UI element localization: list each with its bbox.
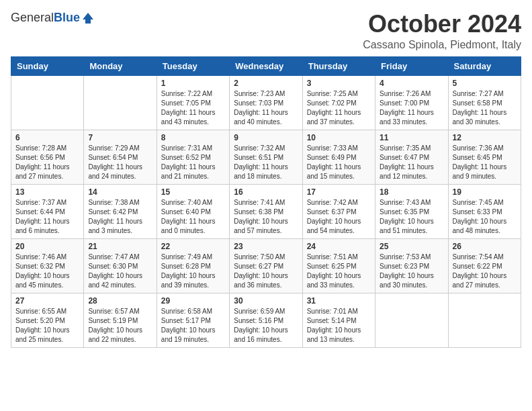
calendar-week-1: 1Sunrise: 7:22 AM Sunset: 7:05 PM Daylig… [11, 75, 521, 130]
calendar-cell: 26Sunrise: 7:54 AM Sunset: 6:22 PM Dayli… [448, 238, 521, 293]
calendar-cell: 28Sunrise: 6:57 AM Sunset: 5:19 PM Dayli… [84, 293, 157, 347]
day-info: Sunrise: 6:57 AM Sunset: 5:19 PM Dayligh… [88, 307, 152, 345]
day-number: 28 [88, 296, 152, 306]
day-info: Sunrise: 7:41 AM Sunset: 6:38 PM Dayligh… [234, 198, 298, 236]
calendar-cell: 16Sunrise: 7:41 AM Sunset: 6:38 PM Dayli… [230, 184, 302, 238]
calendar-week-4: 20Sunrise: 7:46 AM Sunset: 6:32 PM Dayli… [11, 238, 521, 293]
day-number: 6 [15, 133, 79, 142]
day-info: Sunrise: 7:42 AM Sunset: 6:37 PM Dayligh… [307, 198, 371, 236]
day-number: 16 [234, 187, 298, 197]
day-info: Sunrise: 7:22 AM Sunset: 7:05 PM Dayligh… [161, 89, 225, 127]
calendar-cell: 25Sunrise: 7:53 AM Sunset: 6:23 PM Dayli… [375, 238, 448, 293]
day-number: 23 [234, 242, 298, 251]
calendar-cell [11, 75, 84, 130]
calendar-week-5: 27Sunrise: 6:55 AM Sunset: 5:20 PM Dayli… [11, 293, 521, 347]
day-number: 5 [453, 79, 517, 88]
day-number: 1 [161, 79, 225, 88]
day-number: 12 [453, 133, 517, 142]
calendar-cell: 8Sunrise: 7:31 AM Sunset: 6:52 PM Daylig… [157, 130, 229, 184]
calendar-cell [84, 75, 157, 130]
calendar-cell: 18Sunrise: 7:43 AM Sunset: 6:35 PM Dayli… [375, 184, 448, 238]
day-info: Sunrise: 6:58 AM Sunset: 5:17 PM Dayligh… [161, 307, 225, 345]
calendar-cell: 14Sunrise: 7:38 AM Sunset: 6:42 PM Dayli… [84, 184, 157, 238]
day-number: 31 [307, 296, 371, 306]
calendar-cell: 10Sunrise: 7:33 AM Sunset: 6:49 PM Dayli… [302, 130, 375, 184]
day-number: 18 [380, 187, 443, 197]
calendar-cell: 24Sunrise: 7:51 AM Sunset: 6:25 PM Dayli… [302, 238, 375, 293]
calendar-cell: 22Sunrise: 7:49 AM Sunset: 6:28 PM Dayli… [157, 238, 229, 293]
day-info: Sunrise: 7:32 AM Sunset: 6:51 PM Dayligh… [234, 144, 298, 181]
day-info: Sunrise: 7:51 AM Sunset: 6:25 PM Dayligh… [307, 253, 371, 290]
calendar-cell: 30Sunrise: 6:59 AM Sunset: 5:16 PM Dayli… [230, 293, 302, 347]
day-number: 19 [453, 187, 517, 197]
calendar-cell: 2Sunrise: 7:23 AM Sunset: 7:03 PM Daylig… [230, 75, 302, 130]
month-title: October 2024 [363, 11, 521, 38]
calendar-cell: 17Sunrise: 7:42 AM Sunset: 6:37 PM Dayli… [302, 184, 375, 238]
calendar-cell: 3Sunrise: 7:25 AM Sunset: 7:02 PM Daylig… [302, 75, 375, 130]
calendar-cell: 9Sunrise: 7:32 AM Sunset: 6:51 PM Daylig… [230, 130, 302, 184]
day-info: Sunrise: 7:01 AM Sunset: 5:14 PM Dayligh… [307, 307, 371, 345]
calendar-cell: 11Sunrise: 7:35 AM Sunset: 6:47 PM Dayli… [375, 130, 448, 184]
day-info: Sunrise: 7:49 AM Sunset: 6:28 PM Dayligh… [161, 253, 225, 290]
calendar-cell: 4Sunrise: 7:26 AM Sunset: 7:00 PM Daylig… [375, 75, 448, 130]
day-number: 11 [380, 133, 443, 142]
day-info: Sunrise: 7:29 AM Sunset: 6:54 PM Dayligh… [88, 144, 152, 181]
weekday-header-sunday: Sunday [11, 56, 84, 75]
calendar-cell: 20Sunrise: 7:46 AM Sunset: 6:32 PM Dayli… [11, 238, 84, 293]
day-number: 25 [380, 242, 443, 251]
day-info: Sunrise: 7:25 AM Sunset: 7:02 PM Dayligh… [307, 89, 371, 127]
title-section: October 2024 Cassano Spinola, Piedmont, … [363, 11, 521, 51]
day-number: 3 [307, 79, 371, 88]
location-text: Cassano Spinola, Piedmont, Italy [363, 39, 521, 51]
logo-blue-text: Blue [54, 11, 80, 25]
day-info: Sunrise: 7:36 AM Sunset: 6:45 PM Dayligh… [453, 144, 517, 181]
day-info: Sunrise: 7:33 AM Sunset: 6:49 PM Dayligh… [307, 144, 371, 181]
day-number: 10 [307, 133, 371, 142]
day-number: 9 [234, 133, 298, 142]
svg-marker-0 [83, 13, 93, 24]
calendar-cell: 15Sunrise: 7:40 AM Sunset: 6:40 PM Dayli… [157, 184, 229, 238]
weekday-header-saturday: Saturday [448, 56, 521, 75]
page-header: GeneralBlue October 2024 Cassano Spinola… [11, 11, 521, 51]
calendar-cell: 29Sunrise: 6:58 AM Sunset: 5:17 PM Dayli… [157, 293, 229, 347]
day-info: Sunrise: 7:26 AM Sunset: 7:00 PM Dayligh… [380, 89, 443, 127]
day-number: 2 [234, 79, 298, 88]
day-info: Sunrise: 7:38 AM Sunset: 6:42 PM Dayligh… [88, 198, 152, 236]
day-info: Sunrise: 7:43 AM Sunset: 6:35 PM Dayligh… [380, 198, 443, 236]
calendar-cell: 7Sunrise: 7:29 AM Sunset: 6:54 PM Daylig… [84, 130, 157, 184]
day-number: 14 [88, 187, 152, 197]
calendar-cell: 5Sunrise: 7:27 AM Sunset: 6:58 PM Daylig… [448, 75, 521, 130]
day-number: 26 [453, 242, 517, 251]
day-info: Sunrise: 7:23 AM Sunset: 7:03 PM Dayligh… [234, 89, 298, 127]
day-number: 22 [161, 242, 225, 251]
weekday-header-friday: Friday [375, 56, 448, 75]
day-number: 7 [88, 133, 152, 142]
day-number: 24 [307, 242, 371, 251]
calendar-week-3: 13Sunrise: 7:37 AM Sunset: 6:44 PM Dayli… [11, 184, 521, 238]
calendar-cell [375, 293, 448, 347]
calendar-cell: 23Sunrise: 7:50 AM Sunset: 6:27 PM Dayli… [230, 238, 302, 293]
calendar-cell: 6Sunrise: 7:28 AM Sunset: 6:56 PM Daylig… [11, 130, 84, 184]
day-number: 8 [161, 133, 225, 142]
calendar-table: SundayMondayTuesdayWednesdayThursdayFrid… [11, 56, 521, 348]
day-number: 13 [15, 187, 79, 197]
day-info: Sunrise: 7:37 AM Sunset: 6:44 PM Dayligh… [15, 198, 79, 236]
calendar-cell: 21Sunrise: 7:47 AM Sunset: 6:30 PM Dayli… [84, 238, 157, 293]
day-info: Sunrise: 7:46 AM Sunset: 6:32 PM Dayligh… [15, 253, 79, 290]
day-info: Sunrise: 7:31 AM Sunset: 6:52 PM Dayligh… [161, 144, 225, 181]
day-info: Sunrise: 7:47 AM Sunset: 6:30 PM Dayligh… [88, 253, 152, 290]
logo-icon [81, 11, 95, 25]
day-number: 15 [161, 187, 225, 197]
calendar-cell [448, 293, 521, 347]
day-info: Sunrise: 7:53 AM Sunset: 6:23 PM Dayligh… [380, 253, 443, 290]
day-number: 21 [88, 242, 152, 251]
day-info: Sunrise: 7:40 AM Sunset: 6:40 PM Dayligh… [161, 198, 225, 236]
day-info: Sunrise: 7:27 AM Sunset: 6:58 PM Dayligh… [453, 89, 517, 127]
day-info: Sunrise: 6:55 AM Sunset: 5:20 PM Dayligh… [15, 307, 79, 345]
weekday-header-monday: Monday [84, 56, 157, 75]
calendar-cell: 27Sunrise: 6:55 AM Sunset: 5:20 PM Dayli… [11, 293, 84, 347]
day-number: 27 [15, 296, 79, 306]
weekday-header-thursday: Thursday [302, 56, 375, 75]
calendar-cell: 12Sunrise: 7:36 AM Sunset: 6:45 PM Dayli… [448, 130, 521, 184]
day-number: 20 [15, 242, 79, 251]
